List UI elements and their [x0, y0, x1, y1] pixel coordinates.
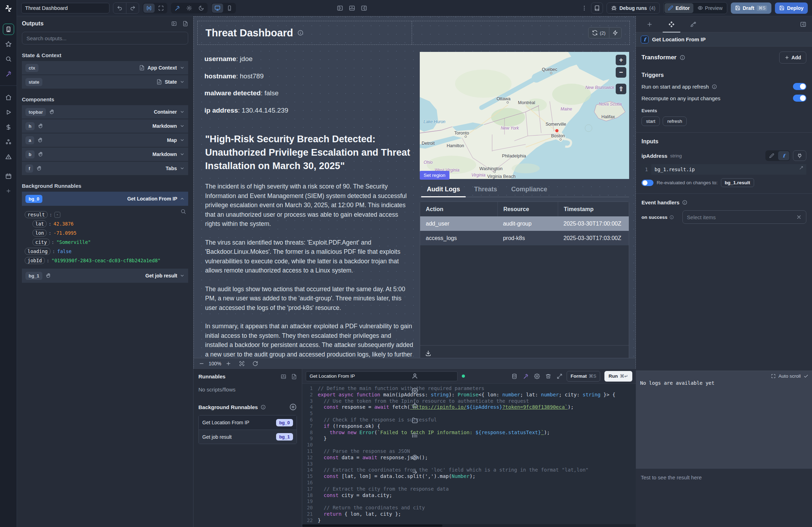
table-row[interactable]: access_logsprod-k8s2025-03-30T17:03:00Z [420, 231, 629, 245]
panel-left-icon[interactable] [337, 5, 343, 11]
tab-audit-logs[interactable]: Audit Logs [420, 182, 467, 197]
eval-mode-button[interactable]: f [778, 151, 789, 160]
expand-logs-icon[interactable] [771, 374, 776, 378]
sidebar-item-apps[interactable] [3, 24, 14, 35]
tab-threats[interactable]: Threats [467, 182, 504, 197]
docs-button[interactable] [591, 2, 603, 14]
expression-editor[interactable]: 1 bg_1.result.ip [641, 164, 806, 175]
output-row-b[interactable]: bMarkdown [22, 148, 188, 161]
map-zoom-in-button[interactable]: + [616, 55, 626, 65]
sidebar-item-deploy[interactable] [3, 151, 14, 162]
on-success-select[interactable]: Select items [682, 210, 806, 224]
sidebar-item-user[interactable] [409, 370, 420, 382]
theme-light-button[interactable] [184, 4, 195, 13]
topbar-component[interactable]: Threat Dashboard (2) [197, 21, 630, 45]
expression-value[interactable]: bg_1.result.ip [651, 167, 695, 172]
column-header[interactable]: Timestamp [558, 202, 629, 216]
app-canvas[interactable]: Threat Dashboard (2) username: jdoehostn… [193, 16, 636, 369]
sidebar-item-variables[interactable] [3, 121, 14, 133]
sidebar-item-search[interactable] [3, 53, 14, 65]
more-menu-icon[interactable] [581, 5, 587, 11]
bg1-row[interactable]: bg_1 Get job result [22, 269, 188, 283]
column-header[interactable]: Action [420, 206, 497, 212]
map-pan-button[interactable]: ⇧ [616, 84, 626, 94]
fullscreen-toggle-button[interactable] [155, 4, 167, 13]
deploy-button[interactable]: Deploy [775, 2, 808, 14]
tree-node-loading[interactable]: loading:false [25, 247, 185, 256]
undo-button[interactable] [113, 3, 126, 13]
tab-styling[interactable] [682, 16, 704, 32]
output-row-state[interactable]: stateState [22, 75, 188, 89]
tab-insert[interactable] [639, 16, 661, 32]
column-header[interactable]: Resource [497, 202, 558, 216]
tree-node-city[interactable]: city:"Somerville" [25, 238, 185, 247]
event-pill-refresh[interactable]: refresh [663, 116, 687, 126]
sidebar-item-settings[interactable] [409, 385, 420, 396]
doc-icon[interactable] [183, 21, 188, 26]
collapse-button[interactable]: - [54, 212, 60, 218]
sidebar-item-ai-bot[interactable] [409, 400, 420, 411]
bg0-row[interactable]: bg_0 Get Location From IP [22, 192, 188, 206]
map-component[interactable]: QuébecOttawaMontréalNew BrunswickNova Sc… [420, 52, 629, 179]
tree-node-result[interactable]: result:- [25, 210, 185, 219]
trigger-button[interactable] [609, 28, 621, 38]
download-icon[interactable] [425, 350, 431, 357]
reeval-target-badge[interactable]: bg_1.result [721, 178, 754, 187]
bg0-badge[interactable]: bg_0 [25, 195, 42, 203]
output-row-topbar[interactable]: topbarContainer [22, 105, 188, 119]
output-row-h[interactable]: hMarkdown [22, 119, 188, 133]
search-outputs-input[interactable] [22, 32, 188, 44]
sidebar-item-help[interactable] [409, 452, 420, 463]
draft-button[interactable]: Draft ⌘S [731, 2, 772, 14]
debug-runs-button[interactable]: Debug runs (4) [607, 2, 660, 14]
tree-node-lat[interactable]: lat:42.3876 [25, 219, 185, 228]
panel-bottom-icon[interactable] [349, 5, 355, 11]
clear-icon[interactable] [796, 214, 802, 220]
markdown-info-component[interactable]: username: jdoehostname: host789malware d… [204, 50, 288, 119]
tree-node-jobId[interactable]: jobId:"0199390f-2843-ceac-dc03-cf8b242a1… [25, 256, 185, 265]
output-row-f[interactable]: fTabs [22, 162, 188, 175]
app-title-input[interactable] [21, 3, 109, 13]
map-zoom-out-button[interactable]: − [616, 67, 626, 78]
zoom-out-icon[interactable] [199, 361, 204, 366]
bounds-toggle-button[interactable] [143, 4, 155, 13]
sidebar-item-more[interactable] [3, 185, 14, 197]
zoom-in-icon[interactable] [226, 361, 231, 366]
sidebar-item-logs[interactable] [409, 430, 420, 441]
expand-icon[interactable] [799, 166, 804, 170]
collapse-panel-icon[interactable] [171, 21, 177, 26]
output-row-ctx[interactable]: ctxApp Context [22, 61, 188, 74]
sidebar-item-ai[interactable] [3, 68, 14, 79]
static-mode-button[interactable] [766, 151, 777, 160]
tab-compliance[interactable]: Compliance [504, 182, 554, 197]
event-pill-start[interactable]: start [641, 116, 660, 126]
connect-button[interactable] [793, 150, 806, 161]
sidebar-item-schedules[interactable] [3, 170, 14, 182]
add-transformer-button[interactable]: Add [779, 52, 806, 64]
preview-mode-button[interactable]: Preview [694, 3, 726, 13]
recompute-toggle[interactable] [793, 95, 806, 102]
output-row-a[interactable]: aMap [22, 133, 188, 147]
search-icon[interactable] [180, 209, 186, 214]
collapse-right-icon[interactable] [800, 21, 806, 28]
editor-mode-button[interactable]: Editor [664, 3, 693, 13]
sidebar-item-favorites[interactable] [3, 38, 14, 50]
theme-dark-button[interactable] [196, 4, 207, 13]
sidebar-item-collapse[interactable] [409, 467, 420, 478]
redo-button[interactable] [126, 3, 139, 13]
sidebar-item-folders[interactable] [409, 415, 420, 426]
bg1-badge[interactable]: bg_1 [25, 272, 42, 280]
sidebar-item-runs[interactable] [3, 107, 14, 118]
recompute-all-button[interactable]: (2) [589, 28, 609, 38]
tab-component-settings[interactable] [661, 16, 682, 32]
sidebar-item-resources[interactable] [3, 136, 14, 148]
markdown-article-component[interactable]: "High-Risk Security Breach Detected: Una… [197, 132, 413, 387]
reset-view-icon[interactable] [252, 361, 258, 366]
panel-right-icon[interactable] [361, 5, 367, 11]
tree-node-lon[interactable]: lon:-71.0995 [25, 228, 185, 238]
sidebar-item-home[interactable] [3, 92, 14, 103]
set-region-button[interactable]: Set region [420, 171, 449, 180]
reeval-toggle[interactable] [641, 180, 653, 186]
mobile-view-button[interactable] [224, 4, 235, 13]
run-on-start-toggle[interactable] [793, 83, 806, 90]
